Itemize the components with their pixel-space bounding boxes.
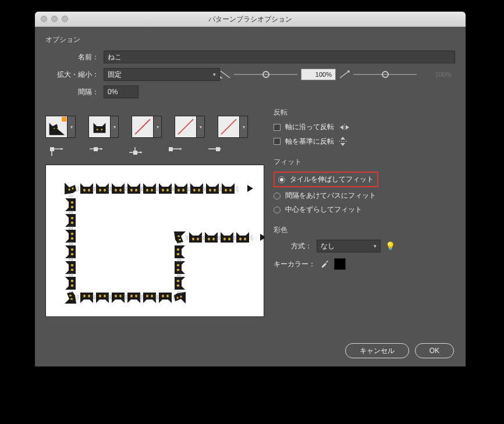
outer-corner-tile[interactable]: ▾ <box>45 116 76 138</box>
fit-stretch-highlight: タイルを伸ばしてフィット <box>274 172 378 187</box>
tile-dropdown[interactable]: ▾ <box>154 116 162 138</box>
fit-group: フィット タイルを伸ばしてフィット 間隔をあけてパスにフィット 中心をずらしてフ <box>274 157 455 215</box>
svg-line-6 <box>221 119 236 134</box>
cancel-button[interactable]: キャンセル <box>345 343 409 358</box>
tile-dropdown[interactable]: ▾ <box>240 116 248 138</box>
radio-on-icon <box>278 176 285 183</box>
dialog-footer: キャンセル OK <box>345 343 454 358</box>
colorization-header: 彩色 <box>274 225 455 235</box>
scale-mode-select[interactable]: 固定 ▾ <box>104 68 220 81</box>
spacing-row: 間隔： <box>45 85 455 98</box>
scale-max-icon <box>339 70 350 79</box>
tile-row: ▾ ▾ ▾ <box>45 116 264 138</box>
titlebar: パターンブラシオプション <box>35 12 466 27</box>
checkbox-icon <box>274 124 281 131</box>
svg-point-3 <box>101 129 102 130</box>
close-window-button[interactable] <box>41 16 47 22</box>
scale-min-icon <box>220 70 230 79</box>
dialog-title: パターンブラシオプション <box>208 15 292 24</box>
fit-header: フィット <box>274 157 455 167</box>
brush-preview <box>45 165 264 317</box>
outer-corner-placement-icon <box>49 146 64 156</box>
zoom-window-button[interactable] <box>62 16 68 22</box>
flip-header: 反転 <box>274 108 455 117</box>
flip-along-label: 軸に沿って反転 <box>285 122 334 132</box>
side-tile[interactable]: ▾ <box>88 116 119 138</box>
flip-across-label: 軸を基準に反転 <box>285 137 334 147</box>
flip-along-icon <box>339 124 350 131</box>
dialog-content: オプション 名前： 拡大・縮小： 固定 ▾ 100% 100% <box>35 27 466 325</box>
key-color-label: キーカラー： <box>274 259 315 269</box>
inner-corner-tile[interactable]: ▾ <box>132 116 162 138</box>
fit-stretch-label: タイルを伸ばしてフィット <box>290 174 374 184</box>
svg-rect-8 <box>94 147 98 151</box>
method-row: 方式： なし ▾ 💡 <box>291 240 455 252</box>
flip-group: 反転 軸に沿って反転 軸を基準に反転 <box>274 108 455 147</box>
svg-rect-10 <box>169 147 173 151</box>
start-tile[interactable]: ▾ <box>175 116 205 138</box>
fit-stretch-radio[interactable]: タイルを伸ばしてフィット <box>278 174 374 184</box>
options-header: オプション <box>45 35 455 45</box>
eyedropper-icon[interactable] <box>320 259 329 270</box>
none-icon <box>220 118 237 136</box>
fit-space-radio[interactable]: 間隔をあけてパスにフィット <box>274 191 455 201</box>
key-color-swatch[interactable] <box>334 258 346 270</box>
svg-rect-9 <box>133 151 137 155</box>
radio-off-icon <box>274 193 281 199</box>
spacing-input[interactable] <box>104 85 139 98</box>
tile-dropdown[interactable]: ▾ <box>68 116 76 138</box>
name-input[interactable] <box>104 51 455 63</box>
tile-dropdown[interactable]: ▾ <box>111 116 119 138</box>
none-icon <box>134 118 151 136</box>
ok-button[interactable]: OK <box>415 343 454 358</box>
side-placement-icon <box>88 146 104 156</box>
none-icon <box>177 118 194 136</box>
spacing-label: 間隔： <box>45 87 104 97</box>
window-controls <box>41 16 68 22</box>
fit-approx-radio[interactable]: 中心をずらしてフィット <box>274 205 455 215</box>
colorization-group: 彩色 方式： なし ▾ 💡 キーカラー： <box>274 225 455 270</box>
placement-icons <box>49 146 264 156</box>
method-value: なし <box>321 241 335 251</box>
scale-slider-2[interactable] <box>353 70 417 79</box>
flip-across-checkbox[interactable]: 軸を基準に反転 <box>274 136 455 147</box>
tips-icon[interactable]: 💡 <box>385 241 395 251</box>
scale-row: 拡大・縮小： 固定 ▾ 100% 100% <box>45 68 455 81</box>
fit-approx-label: 中心をずらしてフィット <box>285 205 362 215</box>
pattern-brush-options-dialog: パターンブラシオプション オプション 名前： 拡大・縮小： 固定 ▾ 100% <box>35 12 466 366</box>
left-column: ▾ ▾ ▾ <box>45 108 264 317</box>
svg-point-1 <box>57 128 58 129</box>
scale-slider-1[interactable] <box>234 70 297 79</box>
name-row: 名前： <box>45 51 455 63</box>
preview-svg <box>46 165 265 318</box>
name-label: 名前： <box>45 52 104 62</box>
end-tile[interactable]: ▾ <box>218 116 248 138</box>
start-placement-icon <box>168 146 183 156</box>
svg-point-2 <box>97 129 98 130</box>
flip-across-icon <box>339 136 347 147</box>
method-select[interactable]: なし ▾ <box>317 240 381 252</box>
tile-dropdown[interactable]: ▾ <box>197 116 205 138</box>
svg-rect-11 <box>216 147 220 151</box>
svg-line-4 <box>135 119 150 134</box>
main-row: ▾ ▾ ▾ <box>45 108 455 317</box>
inner-corner-placement-icon <box>128 146 143 156</box>
cat-head-icon <box>89 116 110 137</box>
key-color-row: キーカラー： <box>274 258 455 270</box>
scale-value-2: 100% <box>420 69 455 80</box>
right-column: 反転 軸に沿って反転 軸を基準に反転 フィット <box>274 108 455 317</box>
chevron-down-icon: ▾ <box>213 72 216 77</box>
method-label: 方式： <box>291 241 312 251</box>
flip-along-checkbox[interactable]: 軸に沿って反転 <box>274 122 455 132</box>
radio-off-icon <box>274 206 281 213</box>
checkbox-icon <box>274 138 281 145</box>
scale-slider-group: 100% 100% <box>220 69 455 80</box>
active-indicator <box>62 117 66 122</box>
svg-point-0 <box>54 128 55 129</box>
svg-rect-7 <box>50 147 54 151</box>
scale-label: 拡大・縮小： <box>45 70 104 80</box>
end-placement-icon <box>207 146 222 156</box>
scale-mode-value: 固定 <box>108 70 122 80</box>
scale-value-1[interactable]: 100% <box>301 69 336 80</box>
minimize-window-button[interactable] <box>51 16 58 22</box>
